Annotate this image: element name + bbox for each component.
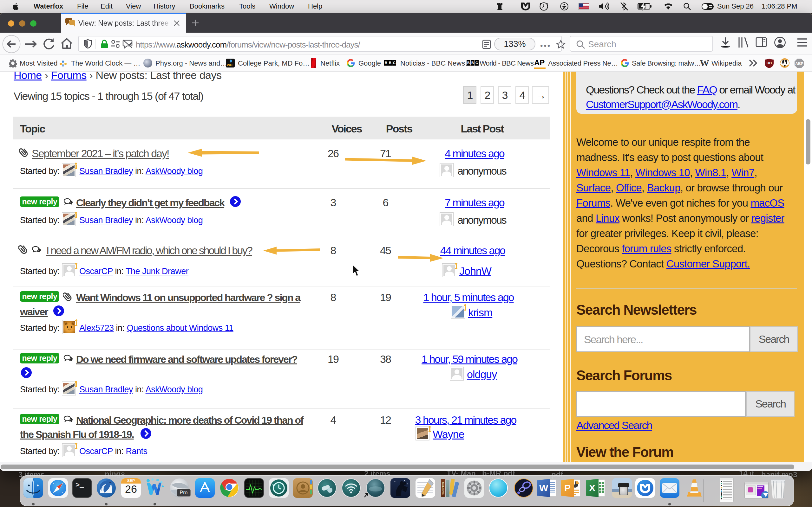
svg-text:UO: UO (767, 61, 772, 65)
svg-text:ABP: ABP (795, 61, 803, 66)
